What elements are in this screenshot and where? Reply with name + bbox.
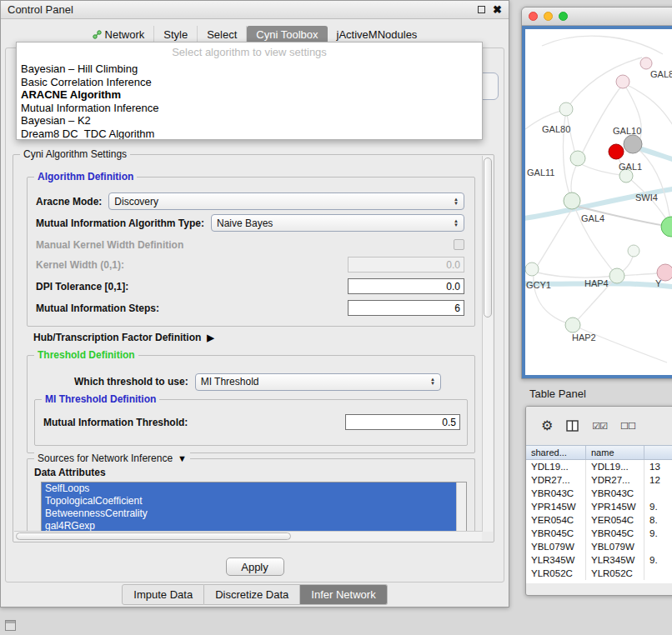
node-label: GAL11 [527, 168, 554, 178]
network-node[interactable] [565, 318, 580, 332]
dpi-tolerance-field[interactable] [348, 278, 464, 294]
hub-definition-toggle[interactable]: Hub/Transcription Factor Definition ▶ [33, 332, 214, 343]
cell: 9. [644, 553, 672, 567]
column-header-name[interactable]: name [586, 446, 644, 459]
cell: YDL19... [526, 460, 586, 473]
tab-style[interactable]: Style [154, 26, 198, 43]
close-traffic-light[interactable] [529, 12, 538, 21]
attributes-list-scrollbar[interactable] [456, 482, 466, 532]
network-node[interactable] [564, 192, 580, 209]
network-node[interactable] [525, 262, 539, 276]
column-header-extra[interactable] [644, 446, 672, 459]
cell: 9. [644, 500, 672, 513]
cell: YLR345W [586, 553, 644, 567]
table-row[interactable]: YDL19... YDL19... 13 [526, 460, 672, 473]
cell: YLR052C [586, 567, 644, 580]
network-node[interactable] [661, 217, 672, 237]
tab-cyni-toolbox-label: Cyni Toolbox [256, 28, 318, 41]
list-item[interactable]: TopologicalCoefficient [42, 495, 456, 508]
table-row[interactable]: YBR045C YBR045C 9. [526, 527, 672, 540]
manual-kernel-checkbox[interactable] [454, 239, 464, 250]
mi-type-value: Naive Bayes [217, 218, 273, 229]
hub-definition-label: Hub/Transcription Factor Definition [33, 332, 201, 343]
apply-button[interactable]: Apply [226, 558, 284, 576]
mi-steps-row: Mutual Information Steps: [36, 299, 464, 317]
deselect-all-rows-icon[interactable]: ☐☐ [620, 419, 635, 432]
which-threshold-select[interactable]: MI Threshold ▲▼ [195, 373, 441, 391]
tab-network-label: Network [105, 28, 145, 41]
network-node[interactable] [624, 135, 642, 153]
expanded-arrow-icon: ▼ [178, 453, 187, 463]
collapsed-panel-icon[interactable] [5, 620, 16, 631]
data-attributes-list[interactable]: SelfLoops TopologicalCoefficient Between… [41, 482, 467, 533]
gear-icon[interactable]: ⚙ [541, 419, 553, 432]
table-row[interactable]: YLR052C YLR052C [526, 567, 672, 580]
table-row[interactable]: YBR043C YBR043C [526, 487, 672, 500]
table-row[interactable]: YPR145W YPR145W 9. [526, 500, 672, 513]
select-all-rows-icon[interactable]: ☑☑ [592, 419, 607, 432]
table-row[interactable]: YER054C YER054C 8. [526, 513, 672, 527]
algorithm-dropdown-popup: Select algorithm to view settings Bayesi… [16, 42, 483, 140]
kernel-width-field [348, 257, 464, 272]
float-window-icon[interactable] [478, 6, 485, 13]
table-row[interactable]: YDR27... YDR27... 12 [526, 473, 672, 487]
tab-network[interactable]: Network [83, 26, 155, 43]
node-label: GAL8 [650, 69, 672, 79]
desktop: Control Panel ✖ Network Style Select Cyn… [0, 0, 672, 635]
tab-jactivemnodules-label: jActiveMNodules [337, 28, 418, 41]
algorithm-option[interactable]: Bayesian – K2 [17, 114, 482, 128]
algorithm-option[interactable]: Basic Correlation Inference [17, 76, 482, 89]
tab-select[interactable]: Select [198, 26, 247, 43]
network-node[interactable] [616, 75, 629, 88]
settings-group-title: Cyni Algorithm Settings [20, 148, 130, 160]
table-row[interactable]: YBL079W YBL079W [526, 540, 672, 553]
network-icon [93, 30, 102, 39]
tab-discretize-data[interactable]: Discretize Data [204, 584, 300, 605]
tab-infer-network[interactable]: Infer Network [300, 584, 387, 605]
aracne-mode-select[interactable]: Discovery ▲▼ [108, 192, 464, 210]
tab-cyni-toolbox[interactable]: Cyni Toolbox [247, 26, 327, 43]
tab-impute-data[interactable]: Impute Data [122, 584, 204, 605]
scrollbar-thumb[interactable] [16, 532, 291, 540]
network-window-titlebar[interactable] [522, 8, 672, 26]
algorithm-option-highlighted[interactable]: ARACNE Algorithm [17, 88, 482, 102]
network-node[interactable] [609, 268, 624, 283]
node-label: Y [655, 278, 662, 288]
network-node-selected[interactable] [609, 144, 624, 159]
cell: YBL079W [586, 540, 644, 553]
cell: YLR345W [526, 553, 586, 567]
settings-vertical-scrollbar[interactable] [482, 156, 493, 532]
node-label: GCY1 [526, 280, 551, 290]
zoom-traffic-light[interactable] [559, 12, 568, 21]
minimize-traffic-light[interactable] [544, 12, 553, 21]
cell: 8. [644, 513, 672, 527]
network-node[interactable] [570, 151, 585, 166]
scrollbar-thumb[interactable] [484, 158, 492, 318]
cyni-bottom-tabs: Impute Data Discretize Data Infer Networ… [1, 584, 509, 605]
mi-steps-field[interactable] [348, 300, 464, 316]
table-row[interactable]: YLR345W YLR345W 9. [526, 553, 672, 567]
cell: YBR043C [526, 487, 586, 500]
cell: YBR043C [586, 487, 644, 500]
mi-threshold-field[interactable] [345, 414, 460, 430]
algorithm-option[interactable]: Mutual Information Inference [17, 102, 482, 115]
network-canvas[interactable]: GAL8 GAL80 GAL10 GAL11 GAL1 SWI4 GAL4 GC… [525, 29, 672, 375]
network-node[interactable] [559, 102, 573, 116]
column-header-shared-name[interactable]: shared... [526, 446, 586, 459]
network-node[interactable] [628, 245, 639, 257]
node-label: GAL80 [542, 124, 570, 134]
list-item[interactable]: BetweennessCentrality [42, 508, 456, 520]
tab-jactivemnodules[interactable]: jActiveMNodules [328, 26, 427, 43]
close-icon[interactable]: ✖ [493, 6, 502, 14]
sources-title-toggle[interactable]: Sources for Network Inference ▼ [34, 452, 190, 464]
algorithm-option[interactable]: Dream8 DC_TDC Algorithm [17, 128, 482, 141]
manual-kernel-row: Manual Kernel Width Definition [36, 236, 464, 253]
settings-horizontal-scrollbar[interactable] [14, 531, 482, 541]
mi-type-select[interactable]: Naive Bayes ▲▼ [211, 214, 464, 232]
aracne-mode-row: Aracne Mode: Discovery ▲▼ [36, 192, 464, 210]
list-item[interactable]: SelfLoops [42, 482, 456, 495]
algorithm-option[interactable]: Bayesian – Hill Climbing [17, 62, 482, 76]
network-node[interactable] [640, 58, 652, 69]
cell: YER054C [526, 513, 586, 527]
columns-icon[interactable] [566, 420, 579, 432]
